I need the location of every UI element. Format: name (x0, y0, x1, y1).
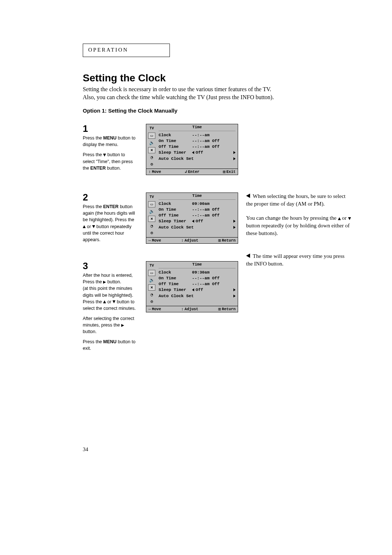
osd-clock-value-2: 09:00am (192, 201, 236, 207)
osd-footer-move: Move (152, 307, 161, 311)
setup-icon: ⚙ (148, 299, 155, 304)
up-arrow-icon (83, 225, 86, 228)
right-arrow-icon (121, 324, 124, 327)
channel-icon: ⨯ (148, 284, 155, 291)
updown-icon: ↕ (181, 239, 184, 243)
right-arrow-icon (233, 288, 236, 291)
osd-footer-move: Move (152, 238, 161, 243)
step-1-number: 1 (83, 124, 137, 133)
osd-offtime-value: --:--am Off (192, 212, 236, 218)
osd-ontime-value: --:--am Off (192, 207, 236, 212)
exit-icon: ▥ (223, 170, 225, 174)
osd-tv-label: TV (150, 194, 154, 200)
step-1-p1a: Press the (83, 135, 103, 141)
step-1-p2c: button. (106, 166, 121, 171)
right-arrow-icon (233, 226, 236, 229)
step-3-p3a: Press the (83, 339, 103, 344)
osd-row-auto: Auto Clock Set (159, 156, 232, 162)
osd-offtime-value: --:--am Off (192, 281, 236, 287)
osd-footer-adjust: Adjust (185, 307, 199, 311)
right-arrow-icon (233, 295, 236, 297)
setup-icon: ⚙ (148, 162, 155, 167)
note-2b-a: You can change the hours by pressing the (246, 215, 338, 221)
updown-icon: ↕ (148, 170, 151, 174)
osd-screen-1: TV ▭ 🔈 ⨯ ◔ ⚙ Time Clock--:--am On Time--… (146, 124, 238, 175)
channel-icon: ⨯ (148, 147, 155, 153)
osd-footer-return: Return (222, 238, 236, 243)
option-heading: Option 1: Setting the Clock Manually (83, 108, 363, 114)
return-icon: ▥ (219, 307, 221, 311)
step-3-text: 3 After the hour is entered, Press the b… (83, 261, 137, 352)
note-3: The time will appear every time you pres… (246, 253, 344, 267)
time-icon: ◔ (148, 223, 155, 229)
osd-row-ontime: On Time (159, 138, 192, 144)
osd-footer-adjust: Adjust (185, 238, 199, 243)
enter-icon: ↲ (184, 170, 187, 174)
step-1-p2a: Press the (83, 152, 103, 157)
step-2-side-note: When selecting the hours, be sure to sel… (246, 193, 351, 244)
enter-label: ENTER (90, 166, 106, 171)
osd-icon-column: TV ▭ 🔈 ⨯ ◔ ⚙ (146, 193, 157, 237)
left-arrow-icon (192, 288, 194, 291)
right-arrow-icon (233, 157, 236, 160)
step-2-p1a: Press the (83, 204, 103, 209)
osd-row-offtime: Off Time (159, 212, 192, 218)
intro-line-2: Also, you can check the time while watch… (83, 94, 274, 100)
osd-row-clock: Clock (159, 270, 192, 275)
time-icon: ◔ (148, 155, 155, 160)
osd-title: Time (159, 262, 236, 267)
right-arrow-icon (233, 151, 236, 154)
osd-sleep-value: Off (196, 150, 203, 155)
osd-footer-2: ↔Move ↕Adjust ▥Return (146, 237, 238, 243)
osd-row-ontime: On Time (159, 275, 192, 281)
step-2-text: 2 Press the ENTER button again (the hour… (83, 193, 137, 243)
step-3-p1d: or (106, 299, 113, 304)
osd-screen-2: TV ▭ 🔈 ⨯ ◔ ⚙ Time Clock09:00am On Time--… (146, 193, 238, 244)
leftright-icon: ↔ (148, 239, 151, 243)
intro-text: Setting the clock is necessary in order … (83, 85, 337, 101)
osd-row-sleep: Sleep Timer (159, 150, 192, 155)
osd-row-sleep: Sleep Timer (159, 287, 192, 293)
osd-sleep-value: Off (196, 287, 203, 292)
step-2-number: 2 (83, 193, 137, 202)
up-arrow-icon (338, 217, 341, 220)
step-2: 2 Press the ENTER button again (the hour… (83, 193, 363, 244)
step-3-side-note: The time will appear every time you pres… (246, 261, 351, 274)
intro-line-1: Setting the clock is necessary in order … (83, 86, 271, 92)
osd-row-clock: Clock (159, 201, 192, 207)
note-2a: When selecting the hours, be sure to sel… (246, 193, 346, 207)
enter-label: ENTER (103, 204, 118, 209)
osd-row-clock: Clock (159, 132, 192, 138)
left-arrow-icon (192, 151, 194, 154)
sound-icon: 🔈 (148, 140, 155, 146)
picture-icon: ▭ (148, 133, 155, 139)
section-label-box: OPERATION (83, 44, 170, 57)
step-2-p1c: or (86, 224, 92, 229)
down-arrow-icon (92, 225, 95, 228)
osd-icon-column: TV ▭ 🔈 ⨯ ◔ ⚙ (146, 262, 157, 306)
left-pointer-icon (246, 254, 250, 258)
menu-label: MENU (103, 135, 117, 141)
right-arrow-icon (233, 220, 236, 223)
osd-row-auto: Auto Clock Set (159, 224, 232, 230)
osd-tv-label: TV (150, 126, 154, 131)
osd-footer-exit: Exit (226, 170, 236, 174)
osd-tv-label: TV (150, 263, 154, 268)
step-3-number: 3 (83, 261, 137, 271)
osd-footer-return: Return (222, 307, 236, 311)
step-3-p2a: After selecting the correct minutes, pre… (83, 316, 134, 328)
osd-footer-3: ↔Move ↕Adjust ▥Return (146, 306, 238, 312)
osd-footer-move: Move (152, 170, 161, 174)
step-3: 3 After the hour is entered, Press the b… (83, 261, 363, 352)
osd-ontime-value: --:--am Off (192, 138, 236, 144)
osd-clock-value-3: 09:30am (192, 270, 236, 275)
updown-icon: ↕ (181, 307, 184, 311)
setup-icon: ⚙ (148, 230, 155, 236)
left-arrow-icon (192, 220, 194, 223)
sound-icon: 🔈 (148, 209, 155, 214)
osd-screen-3: TV ▭ 🔈 ⨯ ◔ ⚙ Time Clock09:30am On Time--… (146, 261, 238, 312)
osd-offtime-value: --:--am Off (192, 144, 236, 150)
osd-row-ontime: On Time (159, 207, 192, 212)
channel-icon: ⨯ (148, 216, 155, 222)
page-number: 34 (83, 446, 363, 453)
